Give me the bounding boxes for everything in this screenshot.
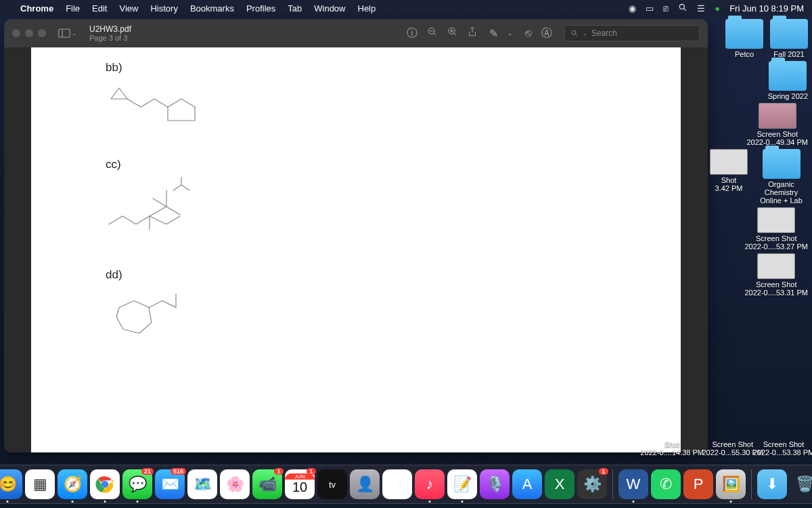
desktop-icons: Petco Fall 2021 Spring 2022 Screen Shot2… (710, 19, 808, 297)
search-input[interactable]: ⌄ Search (564, 25, 700, 41)
mail-icon[interactable]: ✉️515 (155, 469, 185, 499)
clock[interactable]: Fri Jun 10 8:19 PM (729, 3, 804, 14)
dock-separator-2 (751, 469, 752, 499)
menu-file[interactable]: File (66, 3, 80, 14)
menu-bookmarks[interactable]: Bookmarks (190, 3, 234, 14)
finder-icon[interactable]: 😊 (0, 469, 22, 499)
folder-organic-chem[interactable]: Organic Chemistry Online + Lab (754, 149, 808, 205)
facetime-icon[interactable]: 📹1 (252, 469, 282, 499)
dock-separator (612, 469, 613, 499)
menu-history[interactable]: History (150, 3, 177, 14)
window-controls (12, 29, 46, 37)
excel-icon[interactable]: X (545, 469, 574, 499)
zoom-in-icon[interactable] (447, 26, 458, 40)
word-icon[interactable]: W (618, 469, 648, 499)
music-icon[interactable]: ♪ (415, 469, 445, 499)
screen-mirror-icon[interactable]: ⎚ (663, 3, 669, 14)
status-dot-icon[interactable]: ● (715, 3, 720, 14)
dock: 😊 ▦ 🧭 💬21 ✉️515 🗺️ 🌸 📹1 JUN 10 1 tv 👤 ☰ … (0, 465, 812, 504)
problem-dd: dd) (106, 268, 606, 345)
structure-bb (106, 80, 214, 127)
safari-icon[interactable]: 🧭 (58, 469, 87, 499)
spotlight-icon[interactable] (678, 3, 687, 14)
screenshot-7-label[interactable]: Screen Shot2022-0...53.38 PM (750, 440, 812, 457)
podcasts-icon[interactable]: 🎙️ (480, 469, 510, 499)
chevron-down-icon[interactable]: ⌄ (508, 30, 513, 37)
whatsapp-icon[interactable]: ✆ (651, 469, 681, 499)
screenshot-4[interactable]: Screen Shot2022-0....53.31 PM (744, 253, 808, 297)
menu-tab[interactable]: Tab (288, 3, 302, 14)
share-icon[interactable] (468, 26, 477, 40)
markup-icon[interactable]: ✎ (489, 27, 498, 40)
window-title: U2HW3.pdf Page 3 of 3 (89, 24, 131, 42)
preview-toolbar: ⌄ U2HW3.pdf Page 3 of 3 ⓘ ✎ ⌄ ⎋ Ⓐ ⌄ (4, 19, 708, 47)
preview-window: ⌄ U2HW3.pdf Page 3 of 3 ⓘ ✎ ⌄ ⎋ Ⓐ ⌄ (4, 19, 708, 452)
minimize-button[interactable] (25, 29, 33, 37)
downloads-icon[interactable]: ⬇ (757, 469, 787, 499)
appstore-icon[interactable]: A (512, 469, 542, 499)
screenshot-2[interactable]: Shot3.42 PM (710, 149, 748, 205)
rotate-icon[interactable]: ⎋ (525, 27, 532, 39)
maps-icon[interactable]: 🗺️ (187, 469, 217, 499)
launchpad-icon[interactable]: ▦ (25, 469, 55, 499)
document-name: U2HW3.pdf (89, 24, 131, 34)
zoom-button[interactable] (38, 29, 46, 37)
structure-cc (106, 177, 214, 238)
grammarly-icon[interactable]: ◉ (629, 3, 636, 14)
photos-icon[interactable]: 🌸 (220, 469, 250, 499)
screenshot-1[interactable]: Screen Shot2022-0...49.34 PM (746, 103, 808, 146)
svg-point-0 (680, 4, 685, 9)
menu-view[interactable]: View (119, 3, 138, 14)
screenshot-3[interactable]: Screen Shot2022-0....53.27 PM (744, 207, 808, 251)
menu-help[interactable]: Help (358, 3, 376, 14)
svg-point-4 (572, 30, 576, 35)
reminders-icon[interactable]: ☰ (382, 469, 412, 499)
trash-icon[interactable]: 🗑️ (790, 469, 812, 499)
control-center-icon[interactable]: ☰ (697, 3, 705, 14)
app-name[interactable]: Chrome (20, 3, 53, 14)
settings-icon[interactable]: ⚙️1 (577, 469, 607, 499)
appletv-icon[interactable]: tv (317, 469, 347, 499)
close-button[interactable] (12, 29, 20, 37)
contacts-icon[interactable]: 👤 (350, 469, 380, 499)
svg-point-6 (102, 481, 109, 488)
calendar-icon[interactable]: JUN 10 1 (285, 469, 315, 499)
preview-dock-icon[interactable]: 🖼️ (716, 469, 746, 499)
folder-spring-2022[interactable]: Spring 2022 (768, 61, 808, 100)
menu-edit[interactable]: Edit (92, 3, 107, 14)
notes-icon[interactable]: 📝 (447, 469, 477, 499)
folder-fall-2021[interactable]: Fall 2021 (770, 19, 808, 58)
battery-icon[interactable]: ▭ (646, 3, 654, 14)
menu-window[interactable]: Window (314, 3, 345, 14)
screenshot-5-label[interactable]: Shot2022-0....14.38 PM (640, 440, 704, 457)
page-indicator: Page 3 of 3 (89, 34, 131, 42)
folder-petco[interactable]: Petco (725, 19, 763, 58)
info-icon[interactable]: ⓘ (407, 26, 418, 41)
problem-bb: bb) (106, 61, 606, 131)
problem-cc: cc) (106, 158, 606, 241)
powerpoint-icon[interactable]: P (683, 469, 713, 499)
chrome-icon[interactable] (90, 469, 120, 499)
structure-dd (106, 287, 200, 341)
zoom-out-icon[interactable] (427, 26, 438, 40)
highlight-icon[interactable]: Ⓐ (541, 26, 552, 41)
menubar: Chrome File Edit View History Bookmarks … (0, 0, 812, 16)
sidebar-toggle[interactable]: ⌄ (58, 28, 77, 38)
document-page: bb) cc) dd) (31, 47, 681, 452)
messages-icon[interactable]: 💬21 (122, 469, 152, 499)
search-placeholder: Search (591, 28, 617, 38)
menu-profiles[interactable]: Profiles (246, 3, 275, 14)
svg-rect-1 (59, 29, 70, 37)
